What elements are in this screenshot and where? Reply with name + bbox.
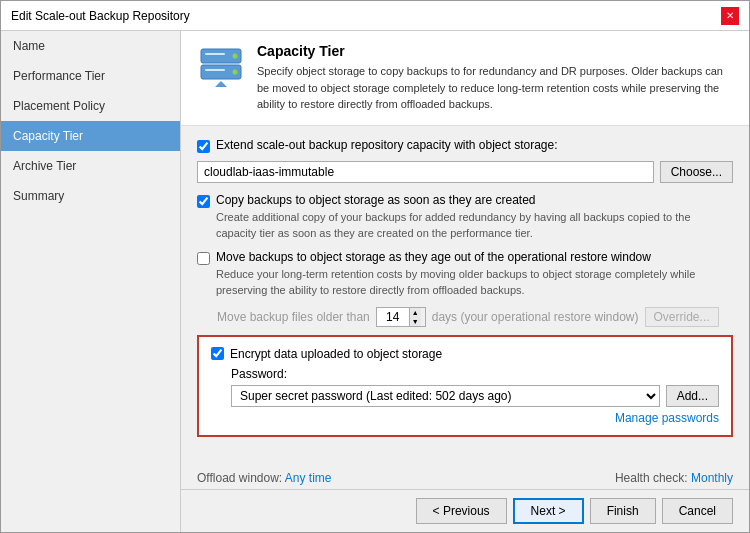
spinbox-up-button[interactable]: ▲ (410, 308, 421, 317)
offload-value[interactable]: Any time (285, 471, 332, 485)
encrypt-checkbox-row: Encrypt data uploaded to object storage (211, 347, 719, 361)
copy-checkbox[interactable] (197, 195, 210, 208)
override-button[interactable]: Override... (645, 307, 719, 327)
sidebar-item-archive-tier[interactable]: Archive Tier (1, 151, 180, 181)
move-days-suffix: days (your operational restore window) (432, 310, 639, 324)
svg-marker-6 (215, 81, 227, 87)
move-desc: Reduce your long-term retention costs by… (216, 266, 733, 299)
svg-rect-4 (205, 53, 225, 55)
next-button[interactable]: Next > (513, 498, 584, 524)
capacity-tier-icon (197, 43, 245, 91)
choose-button[interactable]: Choose... (660, 161, 733, 183)
add-password-button[interactable]: Add... (666, 385, 719, 407)
header-title: Capacity Tier (257, 43, 733, 59)
move-label: Move backups to object storage as they a… (216, 250, 733, 264)
extend-checkbox[interactable] (197, 140, 210, 153)
offload-label: Offload window: (197, 471, 282, 485)
move-days-input[interactable] (377, 308, 409, 326)
sidebar: Name Performance Tier Placement Policy C… (1, 31, 181, 532)
svg-point-2 (233, 54, 238, 59)
encrypt-section: Encrypt data uploaded to object storage … (197, 335, 733, 437)
close-button[interactable]: ✕ (721, 7, 739, 25)
svg-point-3 (233, 70, 238, 75)
move-days-spinbox: ▲ ▼ (376, 307, 426, 327)
cancel-button[interactable]: Cancel (662, 498, 733, 524)
move-checkbox[interactable] (197, 252, 210, 265)
manage-passwords-link[interactable]: Manage passwords (211, 411, 719, 425)
dialog-body: Name Performance Tier Placement Policy C… (1, 31, 749, 532)
storage-input-row: Choose... (197, 161, 733, 183)
spinbox-down-button[interactable]: ▼ (410, 317, 421, 326)
button-row: < Previous Next > Finish Cancel (181, 489, 749, 532)
health-label: Health check: (615, 471, 688, 485)
sidebar-item-performance-tier[interactable]: Performance Tier (1, 61, 180, 91)
copy-label: Copy backups to object storage as soon a… (216, 193, 733, 207)
storage-name-input[interactable] (197, 161, 654, 183)
footer-status: Offload window: Any time Health check: M… (181, 467, 749, 489)
password-label: Password: (231, 367, 719, 381)
extend-label: Extend scale-out backup repository capac… (216, 138, 558, 152)
move-older-label: Move backup files older than (217, 310, 370, 324)
header-description: Specify object storage to copy backups t… (257, 63, 733, 113)
copy-option-row: Copy backups to object storage as soon a… (197, 193, 733, 242)
health-check-section: Health check: Monthly (615, 471, 733, 485)
extend-option-row: Extend scale-out backup repository capac… (197, 138, 733, 153)
main-content: Capacity Tier Specify object storage to … (181, 31, 749, 532)
health-value[interactable]: Monthly (691, 471, 733, 485)
sidebar-item-name[interactable]: Name (1, 31, 180, 61)
sidebar-item-placement-policy[interactable]: Placement Policy (1, 91, 180, 121)
content-area: Extend scale-out backup repository capac… (181, 126, 749, 468)
svg-rect-5 (205, 69, 225, 71)
offload-window-section: Offload window: Any time (197, 471, 332, 485)
sidebar-item-capacity-tier[interactable]: Capacity Tier (1, 121, 180, 151)
copy-desc: Create additional copy of your backups f… (216, 209, 733, 242)
header-section: Capacity Tier Specify object storage to … (181, 31, 749, 126)
encrypt-label: Encrypt data uploaded to object storage (230, 347, 442, 361)
password-select[interactable]: Super secret password (Last edited: 502 … (231, 385, 660, 407)
sidebar-item-summary[interactable]: Summary (1, 181, 180, 211)
move-option-row: Move backups to object storage as they a… (197, 250, 733, 299)
title-bar: Edit Scale-out Backup Repository ✕ (1, 1, 749, 31)
dialog-title: Edit Scale-out Backup Repository (11, 9, 190, 23)
dialog-window: Edit Scale-out Backup Repository ✕ Name … (0, 0, 750, 533)
previous-button[interactable]: < Previous (416, 498, 507, 524)
encrypt-checkbox[interactable] (211, 347, 224, 360)
password-row: Super secret password (Last edited: 502 … (231, 385, 719, 407)
move-days-row: Move backup files older than ▲ ▼ days (y… (217, 307, 733, 327)
finish-button[interactable]: Finish (590, 498, 656, 524)
